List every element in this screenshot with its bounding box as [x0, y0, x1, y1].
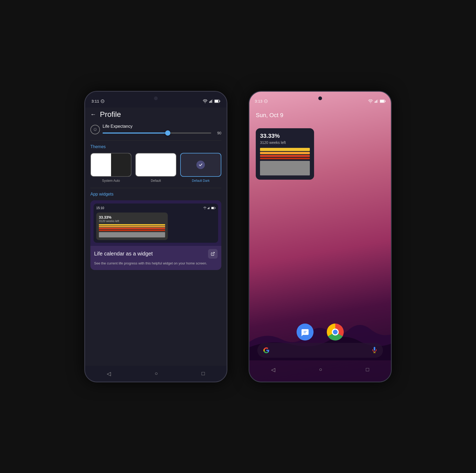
app-widgets-section: App widgets 15:10	[90, 192, 221, 270]
svg-line-17	[213, 252, 214, 254]
widget-card-title-row: Life calendar as a widget	[90, 249, 221, 259]
right-back-button[interactable]: ◁	[271, 366, 275, 373]
life-exp-title: Life Expectancy	[103, 124, 221, 129]
date-display: Sun, Oct 9	[249, 108, 391, 123]
divider-1	[90, 140, 221, 141]
theme-default-dark[interactable]: Default Dark	[180, 153, 221, 183]
widget-percentage: 33.33%	[260, 132, 310, 139]
theme-label-system-auto: System Auto	[102, 179, 120, 183]
mini-phone-time: 15:10	[96, 206, 104, 210]
google-search-bar[interactable]	[257, 343, 383, 358]
right-life-widget[interactable]: 33.33% 3120 weeks left	[256, 128, 314, 180]
theme-preview-default-dark	[180, 153, 221, 177]
back-button[interactable]: ←	[90, 111, 96, 118]
mini-wifi-icon	[203, 207, 206, 209]
mini-gray-block	[99, 232, 165, 237]
right-time-text: 3:13	[255, 99, 262, 103]
widget-bar-orange	[260, 152, 310, 154]
mini-bar-red	[99, 228, 165, 229]
svg-rect-15	[211, 207, 214, 209]
google-g-icon	[263, 347, 270, 353]
svg-rect-22	[376, 101, 376, 103]
left-bottom-nav: ◁ ○ □	[85, 366, 227, 382]
chrome-inner-circle	[332, 329, 339, 335]
svg-point-20	[370, 102, 371, 103]
slider-value: 90	[214, 131, 221, 135]
mini-percentage: 33.33%	[99, 215, 165, 219]
right-status-bar: 3:13	[249, 92, 391, 108]
theme-label-default-dark: Default Dark	[192, 179, 210, 183]
widget-weeks: 3120 weeks left	[260, 140, 310, 145]
svg-rect-24	[377, 99, 378, 103]
theme-preview-system-auto	[90, 153, 131, 177]
microphone-icon	[371, 347, 378, 353]
svg-rect-8	[215, 100, 218, 102]
widget-bar-red	[260, 155, 310, 157]
svg-point-10	[205, 209, 205, 209]
left-phone: 3:11	[84, 91, 227, 382]
life-expectancy-slider[interactable]	[103, 132, 211, 134]
theme-system-auto[interactable]: System Auto	[90, 153, 131, 183]
right-bottom-nav: ◁ ○ □	[249, 360, 391, 382]
page-title: Profile	[100, 110, 121, 119]
right-battery-icon	[380, 99, 386, 103]
right-status-icons	[368, 99, 386, 103]
life-expectancy-section: ☺ Life Expectancy 90	[90, 124, 221, 135]
svg-rect-27	[385, 100, 385, 102]
app-icons-row	[249, 324, 391, 341]
right-time: 3:13	[255, 99, 268, 103]
right-home-button[interactable]: ○	[319, 366, 322, 373]
battery-icon	[214, 99, 220, 103]
theme-default[interactable]: Default	[135, 153, 176, 183]
chrome-app-icon[interactable]	[327, 324, 344, 341]
right-signal-icon	[374, 99, 378, 103]
left-camera	[154, 96, 158, 100]
widget-card-title: Life calendar as a widget	[94, 251, 153, 257]
widget-preview-area: 15:10	[90, 200, 221, 246]
mini-signal-icon	[208, 207, 210, 209]
mini-battery-icon	[211, 207, 215, 209]
mini-weeks: 3120 weeks left	[99, 219, 165, 223]
svg-rect-4	[210, 101, 211, 103]
external-link-icon	[211, 252, 215, 256]
wifi-icon	[203, 99, 208, 103]
left-time-text: 3:11	[91, 99, 99, 103]
left-status-bar: 3:11	[85, 92, 227, 108]
left-back-button[interactable]: ◁	[107, 370, 111, 377]
left-recents-button[interactable]: □	[201, 370, 205, 377]
widget-bars	[260, 148, 310, 159]
phones-container: 3:11	[0, 0, 476, 473]
widget-gray-block	[260, 161, 310, 175]
life-exp-right: Life Expectancy 90	[103, 124, 221, 135]
google-logo	[263, 347, 270, 354]
theme-preview-default	[135, 153, 176, 177]
svg-rect-16	[215, 207, 215, 209]
profile-header: ← Profile	[90, 110, 221, 119]
mic-icon[interactable]	[371, 347, 378, 354]
svg-rect-23	[377, 100, 377, 103]
mini-life-widget: 33.33% 3120 weeks left	[96, 213, 168, 240]
check-circle	[196, 161, 205, 169]
mini-phone-status: 15:10	[96, 206, 215, 210]
theme-label-default: Default	[151, 179, 161, 183]
slider-row: 90	[103, 131, 221, 135]
signal-icon	[209, 99, 213, 103]
themes-section: Themes System Auto Default	[90, 144, 221, 183]
right-recents-button[interactable]: □	[366, 366, 369, 373]
external-link-button[interactable]	[208, 249, 218, 259]
right-wifi-icon	[368, 99, 373, 103]
app-widgets-title: App widgets	[90, 192, 221, 197]
left-time: 3:11	[91, 99, 104, 103]
right-phone: 3:13	[249, 91, 392, 382]
widget-card-desc: See the current life progress with this …	[90, 261, 221, 266]
slider-thumb[interactable]	[165, 130, 170, 136]
mini-bar-darkred	[99, 230, 165, 231]
left-home-button[interactable]: ○	[155, 370, 158, 377]
messages-app-icon[interactable]	[297, 324, 314, 341]
slider-fill	[103, 132, 168, 134]
svg-rect-12	[208, 207, 209, 209]
svg-rect-6	[212, 99, 213, 103]
face-icon: ☺	[90, 125, 100, 134]
check-icon	[198, 162, 203, 167]
dnd-icon	[101, 99, 104, 103]
